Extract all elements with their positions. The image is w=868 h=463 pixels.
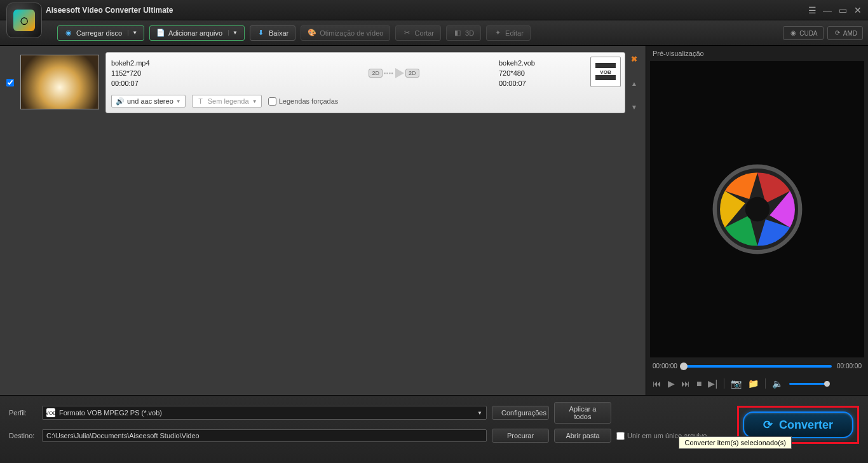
window-controls: ☰ — ▭ ✕ <box>807 5 863 15</box>
main-area: bokeh2.mp4 1152*720 00:00:07 2D ┅┅ 2D <box>0 46 868 395</box>
scissors-icon: ✂ <box>402 29 411 38</box>
add-file-button[interactable]: 📄 Adicionar arquivo ▼ <box>149 25 245 41</box>
download-button[interactable]: ⬇ Baixar <box>250 25 295 41</box>
app-logo: ◯ <box>6 3 42 38</box>
playback-controls: ⏮ ▶ ⏭ ■ ▶| 📷 📁 🔈 <box>646 375 868 395</box>
separator <box>765 378 766 389</box>
nvidia-icon: ◉ <box>789 29 797 38</box>
cut-label: Cortar <box>414 29 434 37</box>
file-row: bokeh2.mp4 1152*720 00:00:07 2D ┅┅ 2D <box>6 52 639 113</box>
amd-icon: ⟳ <box>833 29 842 38</box>
palette-icon: 🎨 <box>308 29 316 38</box>
volume-slider[interactable] <box>789 383 827 385</box>
open-folder-button[interactable]: Abrir pasta <box>554 429 611 443</box>
convert-tooltip: Converter item(s) selecionado(s) <box>679 436 792 449</box>
convert-button[interactable]: ⟳ Converter <box>743 411 853 438</box>
edit-button[interactable]: ✦ Editar <box>486 25 531 41</box>
file-list-panel: bokeh2.mp4 1152*720 00:00:07 2D ┅┅ 2D <box>0 46 646 395</box>
bottom-bar: Perfil: VOB Formato VOB MPEG2 PS (*.vob)… <box>0 395 868 463</box>
scroll-down-icon[interactable]: ▼ <box>631 104 637 111</box>
current-time: 00:00:00 <box>653 363 677 370</box>
source-duration: 00:00:07 <box>111 78 289 88</box>
destination-duration: 00:00:07 <box>499 78 581 88</box>
optimize-label: Otimização de vídeo <box>320 29 383 37</box>
maximize-icon[interactable]: ▭ <box>837 5 848 15</box>
download-icon: ⬇ <box>257 29 266 38</box>
forced-subs-option[interactable]: Legendas forçadas <box>268 97 339 106</box>
profile-dropdown[interactable]: VOB Formato VOB MPEG2 PS (*.vob) ▼ <box>42 406 487 420</box>
source-resolution: 1152*720 <box>111 68 289 78</box>
seek-knob[interactable] <box>680 363 688 370</box>
arrow-right-icon <box>395 68 404 78</box>
snapshot-button[interactable]: 📷 <box>731 378 742 389</box>
filmstrip-icon <box>595 75 616 80</box>
settings-button[interactable]: Configurações <box>492 406 549 420</box>
destination-resolution: 720*480 <box>499 68 581 78</box>
separator <box>724 378 724 389</box>
output-format-selector[interactable]: VOB <box>590 57 621 87</box>
disc-icon: ◉ <box>64 29 73 38</box>
aperture-icon: ◯ <box>13 10 35 31</box>
item-side-controls: ✖ ▲ ▼ <box>629 52 639 113</box>
file-checkbox-wrap <box>6 52 14 113</box>
prev-button[interactable]: ⏮ <box>653 378 661 389</box>
apply-all-button[interactable]: Aplicar a todos <box>554 402 611 424</box>
scroll-up-icon[interactable]: ▲ <box>631 80 637 87</box>
load-disc-label: Carregar disco <box>76 29 122 37</box>
feedback-icon[interactable]: ☰ <box>807 5 817 15</box>
volume-knob[interactable] <box>824 381 830 387</box>
minimize-icon[interactable]: — <box>822 5 832 15</box>
amd-button[interactable]: ⟳ AMD <box>827 26 863 40</box>
source-column: bokeh2.mp4 1152*720 00:00:07 <box>111 58 289 88</box>
forced-subs-label: Legendas forçadas <box>279 97 339 105</box>
remove-item-button[interactable]: ✖ <box>631 55 637 64</box>
amd-label: AMD <box>843 29 857 36</box>
seek-slider[interactable] <box>682 365 832 368</box>
next-button[interactable]: ▶| <box>708 378 717 389</box>
vob-format-icon: VOB <box>46 408 55 417</box>
file-item[interactable]: bokeh2.mp4 1152*720 00:00:07 2D ┅┅ 2D <box>105 52 625 113</box>
subtitle-value: Sem legenda <box>208 97 249 105</box>
add-file-icon: 📄 <box>156 29 165 38</box>
convert-label: Converter <box>779 418 833 432</box>
main-toolbar: ◉ Carregar disco ▼ 📄 Adicionar arquivo ▼… <box>0 20 868 46</box>
load-disc-dropdown[interactable]: ▼ <box>128 30 137 36</box>
preview-panel: Pré-visualização 00:00:00 00:00:00 ⏮ ▶ ⏭… <box>646 46 868 395</box>
audio-track-dropdown[interactable]: 🔊 und aac stereo ▼ <box>111 95 186 107</box>
cuda-button[interactable]: ◉ CUDA <box>783 26 823 40</box>
speaker-icon: 🔊 <box>116 97 125 106</box>
volume-icon[interactable]: 🔈 <box>772 378 783 389</box>
destination-label: Destino: <box>9 432 37 439</box>
subtitle-dropdown[interactable]: T Sem legenda ▼ <box>192 95 262 107</box>
load-disc-button[interactable]: ◉ Carregar disco ▼ <box>57 25 144 41</box>
threed-button[interactable]: ◧ 3D <box>446 25 481 41</box>
chevron-down-icon: ▼ <box>176 99 181 104</box>
cut-button[interactable]: ✂ Cortar <box>395 25 441 41</box>
threed-label: 3D <box>465 29 474 37</box>
filmstrip-icon <box>595 63 616 68</box>
threed-icon: ◧ <box>453 29 462 38</box>
profile-label: Perfil: <box>9 409 37 417</box>
src-2d-badge: 2D <box>369 69 383 78</box>
aperture-logo-icon <box>707 158 808 260</box>
fast-forward-button[interactable]: ⏭ <box>681 378 690 389</box>
file-select-checkbox[interactable] <box>6 79 14 86</box>
edit-label: Editar <box>505 29 524 37</box>
source-filename: bokeh2.mp4 <box>111 58 289 68</box>
video-thumbnail[interactable] <box>20 55 99 109</box>
optimize-button[interactable]: 🎨 Otimização de vídeo <box>301 25 390 41</box>
file-controls: 🔊 und aac stereo ▼ T Sem legenda ▼ Legen… <box>111 95 581 107</box>
stop-button[interactable]: ■ <box>696 378 702 389</box>
download-label: Baixar <box>269 29 288 37</box>
format-badge: VOB <box>600 69 611 75</box>
open-snapshot-folder-button[interactable]: 📁 <box>748 378 759 389</box>
close-icon[interactable]: ✕ <box>853 5 863 15</box>
cuda-label: CUDA <box>799 29 817 36</box>
destination-column: bokeh2.vob 720*480 00:00:07 <box>499 58 581 88</box>
browse-button[interactable]: Procurar <box>492 429 549 443</box>
merge-checkbox[interactable] <box>616 432 625 440</box>
add-file-dropdown[interactable]: ▼ <box>228 30 238 36</box>
destination-input[interactable]: C:\Users\Julia\Documents\Aiseesoft Studi… <box>42 429 487 442</box>
play-button[interactable]: ▶ <box>668 378 675 389</box>
forced-subs-checkbox[interactable] <box>268 97 276 106</box>
